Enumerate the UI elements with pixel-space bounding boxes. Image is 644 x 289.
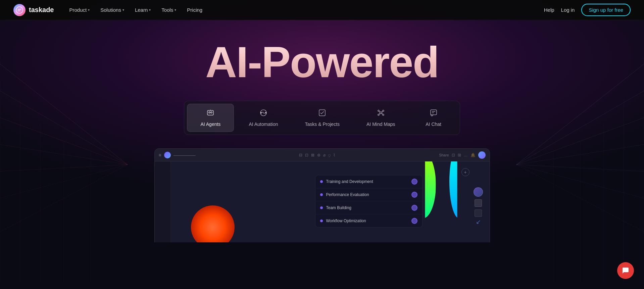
tab-ai-automation-label: AI Automation bbox=[249, 122, 278, 127]
svg-point-0 bbox=[16, 7, 23, 13]
svg-line-41 bbox=[382, 111, 383, 112]
task-item: Team Building bbox=[315, 201, 422, 214]
hero-section: AI-Powered AI Agents bbox=[0, 0, 644, 289]
ai-mind-maps-icon bbox=[377, 109, 385, 119]
tab-ai-mind-maps-label: AI Mind Maps bbox=[366, 122, 395, 127]
toolbar-icon-6: ⍜ bbox=[328, 153, 331, 157]
solutions-chevron-icon: ▾ bbox=[122, 8, 124, 12]
tab-ai-agents-label: AI Agents bbox=[200, 122, 220, 127]
share-label: Share bbox=[439, 153, 449, 157]
learn-chevron-icon: ▾ bbox=[149, 8, 151, 12]
task-badge bbox=[411, 179, 417, 185]
toolbar-icon-2: ⊡ bbox=[305, 153, 308, 157]
nav-links: Product ▾ Solutions ▾ Learn ▾ Tools ▾ Pr… bbox=[65, 4, 207, 15]
toolbar-right-icon-4: 🔔 bbox=[470, 153, 476, 157]
tab-ai-chat-label: AI Chat bbox=[426, 122, 441, 127]
tab-ai-agents[interactable]: AI Agents bbox=[187, 104, 234, 132]
navbar: taskade Product ▾ Solutions ▾ Learn ▾ To… bbox=[0, 0, 644, 20]
svg-rect-2 bbox=[18, 10, 20, 11]
feature-tabs: AI Agents AI Automation bbox=[184, 101, 460, 135]
toolbar-icon-4: ⊛ bbox=[317, 153, 320, 157]
logo-text: taskade bbox=[29, 6, 54, 14]
task-item: Performance Evaluation bbox=[315, 188, 422, 201]
svg-line-40 bbox=[379, 111, 380, 112]
svg-rect-1 bbox=[18, 9, 21, 10]
tools-chevron-icon: ▾ bbox=[175, 8, 176, 12]
task-list: Training and Development Performance Eva… bbox=[315, 175, 423, 228]
deco-orange-circle bbox=[191, 205, 235, 242]
toolbar-icon-7: ⌇ bbox=[333, 153, 335, 157]
tab-ai-chat[interactable]: AI Chat bbox=[410, 104, 457, 132]
svg-point-38 bbox=[378, 114, 379, 115]
tab-tasks-projects[interactable]: Tasks & Projects bbox=[293, 104, 352, 132]
task-badge bbox=[411, 205, 417, 211]
svg-point-33 bbox=[265, 112, 266, 113]
svg-point-39 bbox=[383, 114, 384, 115]
arrow-icon: ↙ bbox=[476, 218, 481, 226]
tasks-projects-icon bbox=[318, 109, 326, 119]
task-dot bbox=[320, 220, 323, 222]
nav-solutions[interactable]: Solutions ▾ bbox=[96, 4, 129, 15]
signup-button[interactable]: Sign up for free bbox=[581, 4, 631, 16]
toolbar-right-icon-2: ⊞ bbox=[458, 153, 461, 157]
toolbar-icon-1: ⊟ bbox=[299, 153, 302, 157]
toolbar-right-icon-1: ⊡ bbox=[452, 153, 455, 157]
tab-ai-mind-maps[interactable]: AI Mind Maps bbox=[354, 104, 407, 132]
svg-line-42 bbox=[379, 113, 380, 114]
svg-point-32 bbox=[260, 112, 261, 113]
nav-left: taskade Product ▾ Solutions ▾ Learn ▾ To… bbox=[13, 4, 207, 16]
app-main: Training and Development Performance Eva… bbox=[171, 161, 490, 242]
app-sidebar bbox=[155, 161, 171, 242]
task-dot bbox=[320, 193, 323, 196]
app-body: Training and Development Performance Eva… bbox=[155, 161, 490, 242]
nav-right: Help Log in Sign up for free bbox=[544, 4, 631, 16]
task-badge bbox=[411, 192, 417, 198]
task-badge bbox=[411, 218, 417, 224]
svg-point-28 bbox=[209, 112, 210, 113]
task-item: Workflow Optimization bbox=[315, 214, 422, 227]
svg-point-29 bbox=[211, 112, 212, 113]
plus-button[interactable]: + bbox=[461, 168, 469, 176]
help-link[interactable]: Help bbox=[544, 7, 554, 13]
tab-tasks-projects-label: Tasks & Projects bbox=[305, 122, 340, 127]
toolbar-icon-5: ⌀ bbox=[323, 153, 326, 157]
hero-content: AI-Powered AI Agents bbox=[0, 0, 644, 242]
app-preview: ≡ —————— ⊟ ⊡ ⊠ ⊛ ⌀ ⍜ ⌇ Share ⊡ ⊞ bbox=[154, 148, 490, 242]
product-chevron-icon: ▾ bbox=[88, 8, 90, 12]
svg-line-43 bbox=[382, 113, 383, 114]
tab-ai-automation[interactable]: AI Automation bbox=[237, 104, 290, 132]
logo-icon bbox=[13, 4, 26, 16]
nav-learn[interactable]: Learn ▾ bbox=[130, 4, 155, 15]
task-item: Training and Development bbox=[315, 175, 422, 188]
nav-tools[interactable]: Tools ▾ bbox=[157, 4, 181, 15]
toolbar-right-icon-3: … bbox=[464, 153, 468, 157]
nav-product[interactable]: Product ▾ bbox=[65, 4, 95, 15]
toolbar-icon-3: ⊠ bbox=[311, 153, 314, 157]
menu-icon: ≡ bbox=[159, 152, 161, 158]
ai-agents-icon bbox=[206, 109, 214, 119]
logo[interactable]: taskade bbox=[13, 4, 54, 16]
login-link[interactable]: Log in bbox=[561, 7, 575, 13]
svg-point-36 bbox=[378, 110, 379, 111]
hero-title: AI-Powered bbox=[205, 40, 439, 84]
ai-automation-icon bbox=[259, 109, 267, 119]
chat-float-button[interactable] bbox=[617, 262, 634, 279]
app-toolbar: ≡ —————— ⊟ ⊡ ⊠ ⊛ ⌀ ⍜ ⌇ Share ⊡ ⊞ bbox=[155, 149, 490, 161]
svg-rect-27 bbox=[207, 110, 213, 115]
svg-rect-44 bbox=[431, 110, 437, 115]
svg-point-37 bbox=[383, 110, 384, 111]
nav-pricing[interactable]: Pricing bbox=[182, 4, 207, 15]
task-dot bbox=[320, 180, 323, 183]
ai-chat-icon bbox=[430, 109, 438, 119]
task-dot bbox=[320, 206, 323, 209]
